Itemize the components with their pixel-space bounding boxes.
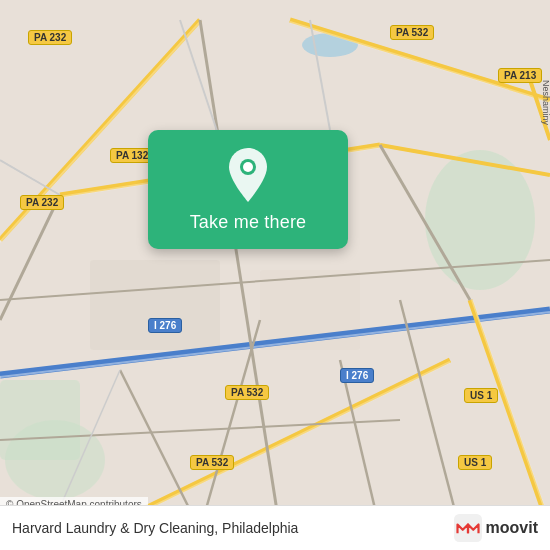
moovit-icon: [454, 514, 482, 542]
moovit-logo: moovit: [454, 514, 538, 542]
info-bar: Harvard Laundry & Dry Cleaning, Philadel…: [0, 505, 550, 550]
svg-line-29: [0, 160, 60, 195]
moovit-text: moovit: [486, 519, 538, 537]
map-pin-icon: [224, 148, 272, 202]
neshaminy-label: Neshaminy: [541, 80, 550, 125]
take-me-there-card[interactable]: Take me there: [148, 130, 348, 249]
take-me-there-label: Take me there: [190, 212, 307, 233]
road-badge-pa232-1: PA 232: [28, 30, 72, 45]
road-badge-pa532-3: PA 532: [190, 455, 234, 470]
road-badge-pa532-2: PA 532: [225, 385, 269, 400]
svg-line-26: [400, 300, 460, 530]
svg-line-18: [470, 300, 550, 530]
svg-point-34: [243, 162, 253, 172]
location-title: Harvard Laundry & Dry Cleaning, Philadel…: [12, 520, 298, 536]
svg-rect-4: [90, 260, 220, 350]
road-badge-pa232-2: PA 232: [20, 195, 64, 210]
road-badge-us1-1: US 1: [464, 388, 498, 403]
road-badge-i276-1: I 276: [148, 318, 182, 333]
map-container: PA 232 PA 532 PA 213 PA 132 PA 232 I 276…: [0, 0, 550, 550]
road-badge-pa213: PA 213: [498, 68, 542, 83]
svg-line-30: [180, 20, 220, 140]
svg-point-3: [5, 420, 105, 500]
road-badge-i276-2: I 276: [340, 368, 374, 383]
road-badge-us1-2: US 1: [458, 455, 492, 470]
road-badge-pa532-1: PA 532: [390, 25, 434, 40]
svg-line-21: [0, 195, 60, 320]
